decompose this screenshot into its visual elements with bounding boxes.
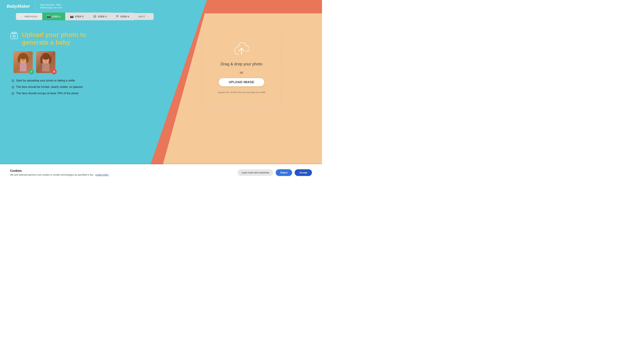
svg-rect-12 bbox=[20, 63, 26, 71]
svg-point-17 bbox=[44, 59, 45, 59]
instruction-2: The face should be frontal, clearly visi… bbox=[12, 85, 151, 89]
example-photos: ✓ bbox=[10, 51, 151, 73]
sign-in-button[interactable]: Sign In with your email bbox=[295, 2, 315, 10]
right-panel: Drag & drop your photo or UPLOAD IMAGE S… bbox=[161, 24, 322, 164]
upload-cloud-icon bbox=[234, 42, 249, 58]
prev-arrow-icon: ← bbox=[21, 15, 23, 18]
cookie-desc-text: We and selected partners use cookies or … bbox=[10, 173, 93, 176]
cookie-link-suffix: . bbox=[108, 173, 109, 176]
customize-button[interactable]: Learn more and customize bbox=[238, 169, 273, 176]
step-navigation: ← PREVIOUS 📷 STEP 1 📷 STEP 2 ⚙️ STEP 3 🏳… bbox=[16, 12, 154, 20]
instruction-3-text: The face should occupy at least 70% of t… bbox=[16, 92, 78, 95]
accept-button[interactable]: Accept bbox=[295, 169, 312, 176]
header: BabyMaker Baby Generator - What Will My … bbox=[0, 0, 322, 12]
bullet-2 bbox=[12, 86, 14, 88]
cookie-description: We and selected partners use cookies or … bbox=[10, 173, 234, 176]
section-title-text: Upload your photo to generate a baby bbox=[22, 31, 86, 46]
step-3-button[interactable]: ⚙️ STEP 3 bbox=[88, 12, 111, 20]
step-1-label: STEP 1 bbox=[52, 15, 60, 18]
svg-rect-20 bbox=[43, 62, 48, 63]
svg-point-7 bbox=[18, 56, 20, 63]
cookie-actions: Learn more and customize Reject Accept bbox=[238, 169, 312, 176]
header-left: BabyMaker Baby Generator - What Will My … bbox=[7, 3, 62, 10]
left-panel: Upload your photo to generate a baby bbox=[0, 24, 161, 164]
section-title: Upload your photo to generate a baby bbox=[10, 31, 151, 46]
title-line2: generate a baby bbox=[22, 39, 86, 46]
photo-good-example: ✓ bbox=[14, 51, 33, 73]
instruction-1: Start by uploading your photo or taking … bbox=[12, 79, 151, 82]
reject-button[interactable]: Reject bbox=[276, 169, 292, 176]
bad-example-badge: ✕ bbox=[51, 69, 57, 74]
section-icon bbox=[10, 32, 19, 43]
instruction-3: The face should occupy at least 70% of t… bbox=[12, 92, 151, 95]
instruction-2-text: The face should be frontal, clearly visi… bbox=[16, 85, 83, 89]
previous-button[interactable]: ← PREVIOUS bbox=[16, 13, 42, 20]
svg-point-14 bbox=[42, 53, 50, 60]
step-1-icon: 📷 bbox=[47, 14, 51, 18]
svg-point-10 bbox=[24, 58, 25, 59]
sign-in-label: Sign In bbox=[299, 3, 311, 6]
step-3-label: STEP 3 bbox=[98, 15, 106, 18]
header-divider bbox=[35, 3, 35, 10]
next-button[interactable]: NEXT → bbox=[134, 13, 154, 20]
svg-point-18 bbox=[46, 59, 48, 59]
instructions-list: Start by uploading your photo or taking … bbox=[10, 79, 151, 95]
svg-point-15 bbox=[40, 56, 42, 64]
svg-rect-1 bbox=[12, 32, 16, 33]
upload-or-text: or bbox=[240, 70, 243, 75]
step-2-icon: 📷 bbox=[70, 14, 74, 18]
svg-point-19 bbox=[45, 61, 46, 62]
title-line1: Upload your photo to bbox=[22, 31, 86, 39]
content-area: Upload your photo to generate a baby bbox=[0, 24, 322, 164]
bullet-1 bbox=[12, 80, 14, 82]
upload-drag-text: Drag & drop your photo bbox=[220, 61, 262, 67]
step-4-button[interactable]: 🏳 STEP 4 bbox=[111, 13, 134, 20]
step-4-icon: 🏳 bbox=[116, 15, 119, 18]
tagline-line1: Baby Generator - What bbox=[40, 3, 62, 6]
upload-supports-text: Supports JPG, JPG200, PNG and max image … bbox=[218, 91, 265, 93]
sign-in-sub: with your email bbox=[299, 6, 311, 9]
previous-label: PREVIOUS bbox=[24, 15, 38, 18]
upload-dropzone[interactable]: Drag & drop your photo or UPLOAD IMAGE S… bbox=[201, 29, 282, 106]
cookie-policy-link[interactable]: cookie policy bbox=[95, 173, 108, 176]
svg-point-11 bbox=[23, 59, 24, 60]
step-3-icon: ⚙️ bbox=[93, 14, 96, 18]
svg-point-3 bbox=[14, 36, 14, 37]
instruction-1-text: Start by uploading your photo or taking … bbox=[16, 79, 75, 82]
good-example-badge: ✓ bbox=[29, 69, 34, 74]
next-label: NEXT bbox=[138, 15, 145, 18]
drag-drop-text: Drag & drop your photo bbox=[220, 61, 262, 67]
step-2-label: STEP 2 bbox=[75, 15, 84, 18]
svg-point-8 bbox=[26, 56, 29, 63]
cookie-title: Cookies bbox=[10, 169, 234, 173]
cookie-content: Cookies We and selected partners use coo… bbox=[10, 169, 234, 176]
step-2-button[interactable]: 📷 STEP 2 bbox=[65, 12, 88, 20]
step-1-button[interactable]: 📷 STEP 1 bbox=[42, 12, 65, 20]
tagline-line2: Will My Baby Look Like? bbox=[40, 6, 62, 9]
bullet-3 bbox=[12, 92, 14, 95]
svg-point-9 bbox=[22, 58, 22, 59]
cookie-banner: Cookies We and selected partners use coo… bbox=[0, 164, 322, 181]
step-4-label: STEP 4 bbox=[120, 15, 129, 18]
next-arrow-icon: → bbox=[146, 15, 149, 18]
logo: BabyMaker bbox=[7, 4, 30, 9]
photo-bad-example: ✕ bbox=[36, 51, 55, 73]
svg-point-16 bbox=[49, 56, 51, 64]
upload-image-button[interactable]: UPLOAD IMAGE bbox=[219, 78, 264, 86]
svg-rect-21 bbox=[42, 63, 50, 71]
header-tagline: Baby Generator - What Will My Baby Look … bbox=[40, 3, 62, 9]
